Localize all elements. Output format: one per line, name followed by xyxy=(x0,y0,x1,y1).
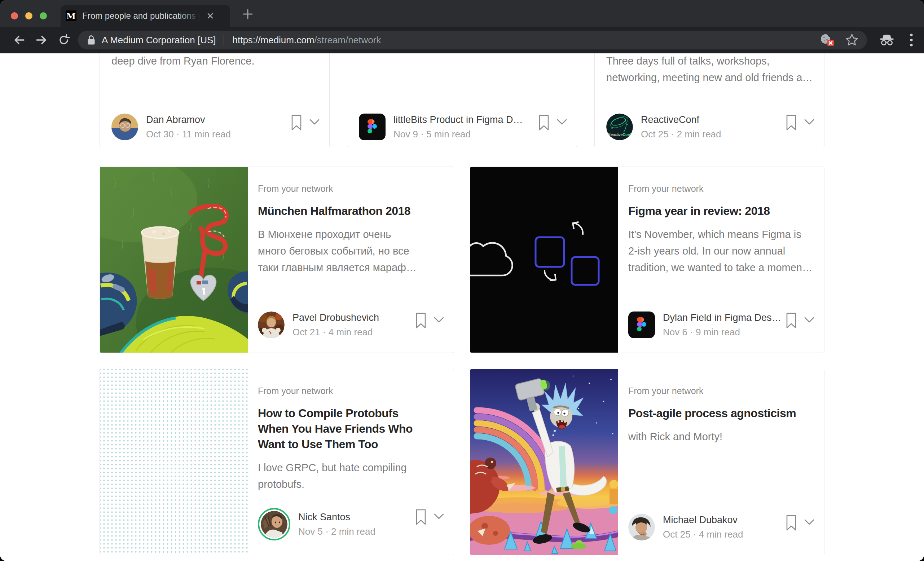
chevron-down-icon[interactable] xyxy=(804,519,815,525)
article-card[interactable]: From your network Figma year in review: … xyxy=(470,166,825,353)
lock-icon[interactable] xyxy=(87,34,96,46)
avatar-figma-logo[interactable] xyxy=(628,312,655,338)
chevron-down-icon[interactable] xyxy=(309,118,320,125)
back-icon[interactable] xyxy=(8,33,30,46)
article-excerpt: I love GRPC, but hate compiling protobuf… xyxy=(258,459,424,492)
reload-icon[interactable] xyxy=(52,33,75,46)
chevron-down-icon[interactable] xyxy=(556,118,567,125)
author-name[interactable]: Pavel Drobushevich xyxy=(292,312,379,323)
article-image-figma-sync[interactable] xyxy=(470,167,618,352)
article-title[interactable]: Post-agile process agnosticism xyxy=(628,406,813,421)
window-controls xyxy=(11,12,47,20)
forward-icon[interactable] xyxy=(30,33,52,46)
post-meta: Nov 5 · 2 min read xyxy=(298,526,375,537)
feed-source-label: From your network xyxy=(628,183,813,194)
post-meta: Nov 9 · 5 min read xyxy=(393,129,523,140)
article-excerpt: В Мюнхене проходит очень много беговых с… xyxy=(258,226,421,276)
post-meta: Oct 30 · 11 min read xyxy=(146,129,231,140)
article-excerpt: It’s November, which means Figma is 2-is… xyxy=(628,226,813,276)
medium-favicon: M xyxy=(66,10,76,21)
zoom-window-button[interactable] xyxy=(40,12,47,20)
article-card[interactable]: littleBits Product in Figma D… Nov 9 · 5… xyxy=(347,53,577,147)
avatar-dan-abramov[interactable] xyxy=(111,114,138,140)
author-name[interactable]: littleBits Product in Figma D… xyxy=(393,114,523,126)
post-meta: Oct 25 · 2 min read xyxy=(641,129,721,140)
close-tab-icon[interactable] xyxy=(206,12,214,20)
incognito-icon[interactable] xyxy=(879,34,895,46)
bookmark-icon[interactable] xyxy=(415,312,427,329)
article-excerpt: Three days full of talks, workshops, net… xyxy=(606,53,815,86)
svg-text:ReactiveConf: ReactiveConf xyxy=(608,132,632,136)
article-card[interactable]: Three days full of talks, workshops, net… xyxy=(594,53,825,147)
author-name[interactable]: Michael Dubakov xyxy=(663,514,743,526)
post-meta: Oct 25 · 4 min read xyxy=(663,529,743,540)
author-row: Dan Abramov Oct 30 · 11 min read xyxy=(111,114,320,140)
author-name[interactable]: Nick Santos xyxy=(298,512,375,523)
feed-source-label: From your network xyxy=(258,386,443,396)
chevron-down-icon[interactable] xyxy=(434,316,444,323)
article-excerpt: deep dive from Ryan Florence. xyxy=(111,53,320,69)
browser-window: M From people and publications y A Mediu… xyxy=(0,0,924,561)
feed-source-label: From your network xyxy=(258,183,443,194)
chevron-down-icon[interactable] xyxy=(804,118,815,125)
avatar-pavel-drobushevich[interactable] xyxy=(258,312,285,338)
article-card[interactable]: From your network München Halfmarathon 2… xyxy=(99,166,454,353)
bookmark-icon[interactable] xyxy=(415,509,427,525)
medium-feed: deep dive from Ryan Florence. Dan Abramo… xyxy=(0,53,924,561)
url-host[interactable]: https://medium.com xyxy=(232,34,314,46)
article-image-dot-pattern[interactable] xyxy=(100,369,248,555)
avatar-michael-dubakov[interactable] xyxy=(628,514,655,540)
browser-toolbar: A Medium Corporation [US] https://medium… xyxy=(0,27,924,53)
author-row: Pavel Drobushevich Oct 21 · 4 min read xyxy=(258,312,444,338)
author-name[interactable]: ReactiveConf xyxy=(641,114,721,126)
chevron-down-icon[interactable] xyxy=(434,513,444,519)
bookmark-icon[interactable] xyxy=(785,312,797,329)
article-image-munich-marathon[interactable] xyxy=(100,167,248,352)
article-title[interactable]: München Halfmarathon 2018 xyxy=(258,203,443,219)
site-identity[interactable]: A Medium Corporation [US] xyxy=(102,34,216,46)
author-row: Nick Santos Nov 5 · 2 min read xyxy=(258,508,444,540)
close-window-button[interactable] xyxy=(11,12,18,20)
url-path[interactable]: /stream/network xyxy=(314,34,381,46)
cookie-blocked-icon[interactable] xyxy=(819,33,834,47)
author-name[interactable]: Dylan Field in Figma Des… xyxy=(663,312,782,323)
browser-tab[interactable]: M From people and publications y xyxy=(61,5,230,27)
url-separator xyxy=(224,34,224,45)
bookmark-icon[interactable] xyxy=(290,114,303,131)
author-row: Michael Dubakov Oct 25 · 4 min read xyxy=(628,514,815,540)
tab-strip: M From people and publications y xyxy=(0,0,924,27)
minimize-window-button[interactable] xyxy=(25,12,33,20)
author-row: littleBits Product in Figma D… Nov 9 · 5… xyxy=(359,114,567,140)
author-row: ReactiveConf ReactiveConf Oct 25 · 2 min… xyxy=(606,114,815,140)
article-excerpt: with Rick and Morty! xyxy=(628,428,813,445)
bookmark-star-icon[interactable] xyxy=(845,33,858,46)
article-title[interactable]: How to Compile Protobufs When You Have F… xyxy=(258,406,428,452)
tab-title: From people and publications y xyxy=(82,11,204,21)
bookmark-icon[interactable] xyxy=(785,514,797,531)
article-image-rick-and-morty[interactable] xyxy=(470,369,618,555)
post-meta: Oct 21 · 4 min read xyxy=(292,327,379,338)
avatar-nick-santos-member-ring[interactable] xyxy=(258,508,290,540)
address-bar[interactable]: A Medium Corporation [US] https://medium… xyxy=(78,31,867,50)
bookmark-icon[interactable] xyxy=(785,114,797,131)
feed-source-label: From your network xyxy=(628,386,813,396)
bookmark-icon[interactable] xyxy=(538,114,550,131)
chevron-down-icon[interactable] xyxy=(804,316,815,323)
post-meta: Nov 6 · 9 min read xyxy=(663,327,782,338)
avatar-figma-logo[interactable] xyxy=(359,114,386,140)
article-card[interactable]: From your network How to Compile Protobu… xyxy=(99,369,454,555)
avatar-reactiveconf[interactable]: ReactiveConf xyxy=(606,114,633,140)
new-tab-icon[interactable] xyxy=(242,9,253,20)
author-name[interactable]: Dan Abramov xyxy=(146,114,231,126)
article-title[interactable]: Figma year in review: 2018 xyxy=(628,203,813,219)
article-card[interactable]: deep dive from Ryan Florence. Dan Abramo… xyxy=(99,53,330,147)
article-card[interactable]: From your network Post-agile process agn… xyxy=(470,369,825,555)
menu-kebab-icon[interactable] xyxy=(909,33,914,47)
author-row: Dylan Field in Figma Des… Nov 6 · 9 min … xyxy=(628,312,815,338)
